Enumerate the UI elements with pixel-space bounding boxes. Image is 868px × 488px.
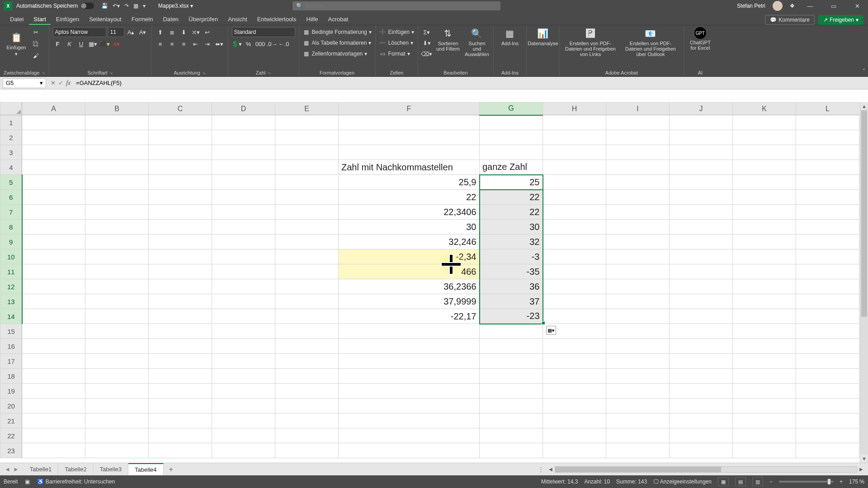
decrease-indent-icon[interactable]: ⇤ [191,39,201,49]
cell-F20[interactable] [339,399,480,413]
formula-input[interactable] [74,78,868,88]
cell-F9[interactable]: 32,246 [339,235,480,249]
cell-D2[interactable] [212,130,275,145]
cell-A20[interactable] [22,399,85,413]
wrap-text-icon[interactable]: ↩ [203,27,212,37]
cell-E23[interactable] [275,443,339,458]
cell-L7[interactable] [796,205,859,220]
cell-D10[interactable] [212,249,275,264]
format-cells-button[interactable]: ▭Format▾ [379,49,414,59]
collapse-ribbon-icon[interactable]: ˅ [863,68,865,75]
cell-C7[interactable] [149,205,212,220]
cell-G20[interactable] [480,399,543,413]
cell-H8[interactable] [543,220,606,235]
row-header-8[interactable]: 8 [0,220,22,235]
scrollbar-thumb[interactable] [861,110,867,317]
increase-decimal-icon[interactable]: .0→ [267,39,277,49]
cell-E15[interactable] [275,324,339,339]
redo-icon[interactable]: ↷ [124,3,129,9]
clear-icon[interactable]: ⌫▾ [422,49,432,59]
cell-L6[interactable] [796,190,859,205]
scroll-left-icon[interactable]: ◄ [547,466,555,473]
cell-C4[interactable] [149,160,212,175]
col-header-H[interactable]: H [543,103,606,115]
align-bottom-icon[interactable]: ⬇ [179,27,189,37]
cell-C15[interactable] [149,324,212,339]
cell-H9[interactable] [543,235,606,249]
view-normal-icon[interactable]: ▦ [718,477,729,486]
cell-E11[interactable] [275,264,339,279]
cell-L4[interactable] [796,160,859,175]
cell-G17[interactable] [480,354,543,369]
cell-K8[interactable] [733,220,796,235]
cell-C9[interactable] [149,235,212,249]
save-icon[interactable]: 💾 [101,3,108,9]
italic-button[interactable]: K [65,39,75,49]
cell-G15[interactable] [480,324,543,339]
sheet-nav-prev-icon[interactable]: ◄ [5,466,10,473]
cell-F23[interactable] [339,443,480,458]
cell-D21[interactable] [212,413,275,428]
cell-H21[interactable] [543,413,606,428]
cell-A3[interactable] [22,145,85,160]
dialog-launcher-icon[interactable]: ↘ [267,70,271,75]
qat-more-icon[interactable]: ▾ [143,3,146,9]
cell-L2[interactable] [796,130,859,145]
acrobat-share-link-button[interactable]: 🅿 Erstellen von PDF-Dateien und Freigebe… [563,27,618,57]
cell-F2[interactable] [339,130,480,145]
row-header-10[interactable]: 10 [0,249,22,264]
cell-J7[interactable] [670,205,733,220]
fill-handle[interactable] [542,321,545,325]
horizontal-scrollbar[interactable]: ⋮ ◄ ► [538,465,868,474]
cell-D16[interactable] [212,339,275,354]
cell-I6[interactable] [606,190,670,205]
tab-start[interactable]: Start [29,13,50,25]
cell-A9[interactable] [22,235,85,249]
tab-entwicklertools[interactable]: Entwicklertools [253,13,301,25]
cell-C11[interactable] [149,264,212,279]
cell-G18[interactable] [480,369,543,384]
cell-D12[interactable] [212,279,275,294]
cell-I7[interactable] [606,205,670,220]
cell-E17[interactable] [275,354,339,369]
acrobat-share-outlook-button[interactable]: 📧 Erstellen von PDF-Dateien und Freigebe… [621,27,680,57]
row-header-17[interactable]: 17 [0,354,22,369]
cell-A15[interactable] [22,324,85,339]
cell-K15[interactable] [733,324,796,339]
cell-B8[interactable] [85,220,149,235]
cell-E1[interactable] [275,115,339,130]
row-header-11[interactable]: 11 [0,264,22,279]
row-header-21[interactable]: 21 [0,413,22,428]
cell-H14[interactable] [543,309,606,324]
cell-I2[interactable] [606,130,670,145]
percent-icon[interactable]: % [244,39,254,49]
cell-I14[interactable] [606,309,670,324]
cell-I17[interactable] [606,354,670,369]
cell-G22[interactable] [480,428,543,443]
cell-F7[interactable]: 22,3406 [339,205,480,220]
cell-L23[interactable] [796,443,859,458]
cell-G2[interactable] [480,130,543,145]
cell-B19[interactable] [85,384,149,399]
cell-B2[interactable] [85,130,149,145]
cell-D8[interactable] [212,220,275,235]
cell-G5[interactable]: 25 [480,175,543,190]
cell-H11[interactable] [543,264,606,279]
cell-B12[interactable] [85,279,149,294]
cell-B10[interactable] [85,249,149,264]
cell-G10[interactable]: -3 [480,249,543,264]
tab-seitenlayout[interactable]: Seitenlayout [85,13,126,25]
cell-F18[interactable] [339,369,480,384]
row-header-19[interactable]: 19 [0,384,22,399]
cell-C2[interactable] [149,130,212,145]
cell-A16[interactable] [22,339,85,354]
cell-H17[interactable] [543,354,606,369]
cell-I12[interactable] [606,279,670,294]
cell-B13[interactable] [85,294,149,309]
cell-F14[interactable]: -22,17 [339,309,480,324]
col-header-G[interactable]: G [480,103,543,115]
comments-button[interactable]: 💬 Kommentare [765,15,815,25]
cell-H1[interactable] [543,115,606,130]
add-sheet-button[interactable]: + [164,465,179,474]
cell-D17[interactable] [212,354,275,369]
